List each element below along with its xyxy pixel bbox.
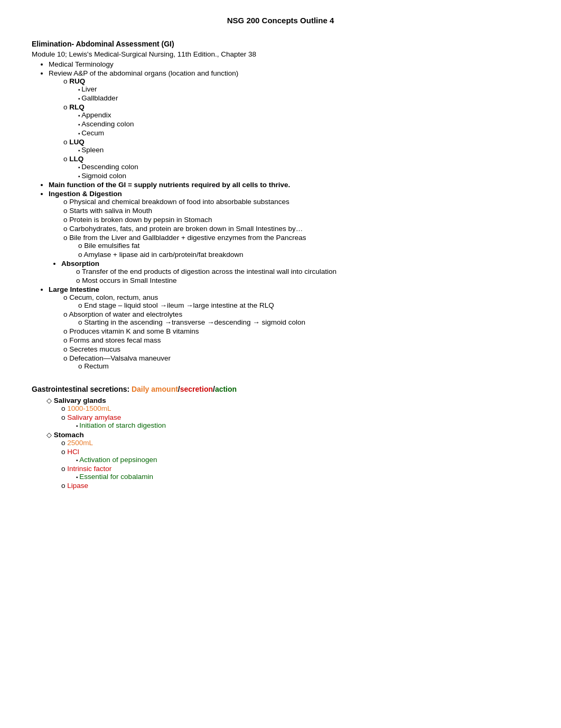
list-item: Physical and chemical breakdown of food … (63, 198, 529, 206)
section2-header: Gastrointestinal secretions: Daily amoun… (32, 385, 529, 393)
intrinsic-action-list: Essential for cobalamin (76, 473, 529, 481)
list-item: Carbohydrates, fats, and protein are bro… (63, 225, 529, 233)
cobalamin-item: Essential for cobalamin (76, 473, 529, 481)
list-item: Bile emulsifies fat (78, 242, 529, 250)
stomach-item: Stomach 2500mL HCl Activation of pepsino… (46, 431, 529, 490)
level2-list: RUQ Liver Gallbladder RLQ Appendix Ascen… (63, 77, 529, 180)
list-item: Spleen (78, 146, 529, 154)
list-item: Cecum (78, 129, 529, 137)
luq-sub-list: Spleen (78, 146, 529, 154)
secretion-label: secretion (180, 385, 213, 393)
list-item: Sigmoid colon (78, 172, 529, 180)
list-item: Cecum, colon, rectum, anus End stage – l… (63, 293, 529, 309)
list-item: Bile from the Liver and Gallbladder + di… (63, 234, 529, 259)
large-intestine-outer: Large Intestine Cecum, colon, rectum, an… (49, 285, 529, 370)
rlq-item: RLQ Appendix Ascending colon Cecum (63, 103, 529, 137)
ruq-sub-list: Liver Gallbladder (78, 85, 529, 102)
hcl-action-list: Activation of pepsinogen (76, 456, 529, 464)
stomach-sub-list: 2500mL HCl Activation of pepsinogen Intr… (61, 439, 529, 490)
section1-heading: Elimination- Abdominal Assessment (GI) (32, 40, 529, 48)
ascending-list: Starting in the ascending →transverse →d… (78, 318, 529, 326)
large-intestine-item: Large Intestine Cecum, colon, rectum, an… (49, 285, 529, 370)
hcl-item: HCl Activation of pepsinogen (61, 448, 529, 464)
activation-pepsinogen-item: Activation of pepsinogen (76, 456, 529, 464)
list-item: Defecation—Valsalva maneuver Rectum (63, 354, 529, 370)
list-item: Produces vitamin K and some B vitamins (63, 327, 529, 335)
list-item: Rectum (78, 362, 529, 370)
list-item: Appendix (78, 111, 529, 119)
rectum-list: Rectum (78, 362, 529, 370)
daily-amount-label: Daily amount (132, 385, 178, 393)
salivary-amylase-item: Salivary amylase Initiation of starch di… (61, 413, 529, 429)
list-item: Forms and stores fecal mass (63, 336, 529, 344)
top-level-list: Medical Terminology Review A&P of the ab… (49, 60, 529, 259)
list-item: End stage – liquid stool →ileum →large i… (78, 301, 529, 309)
secretions-list: Salivary glands 1000-1500mL Salivary amy… (46, 397, 529, 490)
list-item: Transfer of the end products of digestio… (76, 268, 529, 275)
list-item: Absorption of water and electrolytes Sta… (63, 310, 529, 326)
absorption-item: Absorption Transfer of the end products … (61, 260, 529, 284)
module-info: Module 10; Lewis's Medical-Surgical Nurs… (32, 50, 529, 58)
end-stage-list: End stage – liquid stool →ileum →large i… (78, 301, 529, 309)
lipase-item: Lipase (61, 482, 529, 490)
ruq-item: RUQ Liver Gallbladder (63, 77, 529, 102)
action-label: action (215, 385, 237, 393)
list-item: Most occurs in Small Intestine (76, 277, 529, 284)
page-title: NSG 200 Concepts Outline 4 (32, 16, 529, 25)
ingestion-list: Physical and chemical breakdown of food … (63, 198, 529, 259)
large-intestine-list: Cecum, colon, rectum, anus End stage – l… (63, 293, 529, 370)
rlq-sub-list: Appendix Ascending colon Cecum (78, 111, 529, 137)
list-item: Medical Terminology (49, 60, 529, 68)
ingestion-item: Ingestion & Digestion Physical and chemi… (49, 190, 529, 259)
salivary-amount: 1000-1500mL (61, 404, 529, 412)
absorption-list: Absorption Transfer of the end products … (61, 260, 529, 284)
main-function-item: Main function of the GI = supply nutrien… (49, 181, 529, 189)
list-item: Gallbladder (78, 94, 529, 102)
list-item: Secretes mucus (63, 345, 529, 353)
list-item: Protein is broken down by pepsin in Stom… (63, 216, 529, 224)
list-item: Descending colon (78, 163, 529, 171)
absorption-sub-list: Transfer of the end products of digestio… (76, 268, 529, 284)
list-item: Amylase + lipase aid in carb/protein/fat… (78, 251, 529, 259)
list-item: Liver (78, 85, 529, 93)
section2-heading: Gastrointestinal secretions: (32, 385, 129, 393)
bile-list: Bile emulsifies fat Amylase + lipase aid… (78, 242, 529, 259)
luq-item: LUQ Spleen (63, 138, 529, 154)
starch-digestion-item: Initiation of starch digestion (76, 421, 529, 429)
list-item: Ascending colon (78, 120, 529, 128)
llq-sub-list: Descending colon Sigmoid colon (78, 163, 529, 180)
intrinsic-factor-item: Intrinsic factor Essential for cobalamin (61, 465, 529, 481)
salivary-action-list: Initiation of starch digestion (76, 421, 529, 429)
list-item: Starting in the ascending →transverse →d… (78, 318, 529, 326)
llq-item: LLQ Descending colon Sigmoid colon (63, 155, 529, 180)
list-item: Review A&P of the abdominal organs (loca… (49, 69, 529, 180)
salivary-glands-item: Salivary glands 1000-1500mL Salivary amy… (46, 397, 529, 429)
salivary-sub-list: 1000-1500mL Salivary amylase Initiation … (61, 404, 529, 429)
list-item: Starts with saliva in Mouth (63, 207, 529, 215)
stomach-amount: 2500mL (61, 439, 529, 447)
